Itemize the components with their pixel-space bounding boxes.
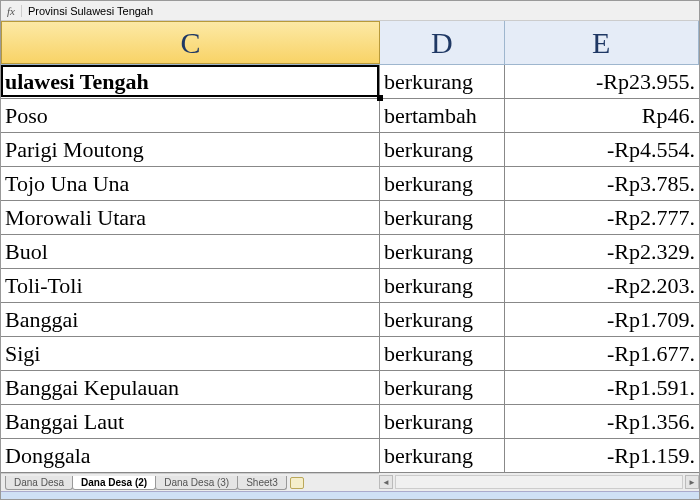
cell[interactable]: Buol [1, 235, 380, 268]
cell[interactable]: -Rp1.709. [505, 303, 699, 336]
formula-input[interactable] [22, 5, 699, 17]
cell[interactable]: Morowali Utara [1, 201, 380, 234]
table-row[interactable]: Sigi berkurang -Rp1.677. [1, 337, 699, 371]
cell[interactable]: ulawesi Tengah [1, 65, 380, 98]
sheet-tab-active[interactable]: Dana Desa (2) [72, 476, 156, 490]
cell[interactable]: -Rp2.203. [505, 269, 699, 302]
formula-bar: fx [1, 1, 699, 21]
cell[interactable]: Banggai [1, 303, 380, 336]
cell[interactable]: Banggai Laut [1, 405, 380, 438]
cell[interactable]: berkurang [380, 201, 505, 234]
cell[interactable]: Sigi [1, 337, 380, 370]
table-row[interactable]: Morowali Utara berkurang -Rp2.777. [1, 201, 699, 235]
cell[interactable]: -Rp1.591. [505, 371, 699, 404]
cell[interactable]: -Rp1.677. [505, 337, 699, 370]
column-header-e[interactable]: E [505, 21, 699, 64]
table-row[interactable]: Tojo Una Una berkurang -Rp3.785. [1, 167, 699, 201]
table-row[interactable]: Banggai Laut berkurang -Rp1.356. [1, 405, 699, 439]
cell[interactable]: bertambah [380, 99, 505, 132]
table-row[interactable]: Banggai Kepulauan berkurang -Rp1.591. [1, 371, 699, 405]
cell[interactable]: berkurang [380, 439, 505, 472]
cell[interactable]: Donggala [1, 439, 380, 472]
cell[interactable]: -Rp23.955. [505, 65, 699, 98]
table-row[interactable]: ulawesi Tengah berkurang -Rp23.955. [1, 65, 699, 99]
fx-icon[interactable]: fx [1, 5, 22, 17]
table-row[interactable]: Buol berkurang -Rp2.329. [1, 235, 699, 269]
cell[interactable]: -Rp4.554. [505, 133, 699, 166]
scroll-track[interactable] [395, 475, 683, 489]
cell[interactable]: berkurang [380, 405, 505, 438]
sheet-tab[interactable]: Dana Desa [5, 476, 73, 490]
cell[interactable]: -Rp2.777. [505, 201, 699, 234]
sheet-tab[interactable]: Dana Desa (3) [155, 476, 238, 490]
cell[interactable]: Banggai Kepulauan [1, 371, 380, 404]
column-headers: C D E [1, 21, 699, 65]
column-header-d[interactable]: D [380, 21, 505, 64]
horizontal-scrollbar[interactable]: ◄ ► [379, 473, 699, 491]
cell[interactable]: -Rp1.159. [505, 439, 699, 472]
cell[interactable]: Poso [1, 99, 380, 132]
cell[interactable]: -Rp1.356. [505, 405, 699, 438]
grid[interactable]: ulawesi Tengah berkurang -Rp23.955. Poso… [1, 65, 699, 473]
cell[interactable]: Parigi Moutong [1, 133, 380, 166]
table-row[interactable]: Parigi Moutong berkurang -Rp4.554. [1, 133, 699, 167]
cell[interactable]: berkurang [380, 235, 505, 268]
new-sheet-button[interactable] [290, 477, 304, 489]
table-row[interactable]: Toli-Toli berkurang -Rp2.203. [1, 269, 699, 303]
cell[interactable]: berkurang [380, 65, 505, 98]
cell[interactable]: Rp46. [505, 99, 699, 132]
scroll-left-icon[interactable]: ◄ [379, 475, 393, 489]
cell[interactable]: berkurang [380, 371, 505, 404]
table-row[interactable]: Poso bertambah Rp46. [1, 99, 699, 133]
table-row[interactable]: Donggala berkurang -Rp1.159. [1, 439, 699, 473]
cell[interactable]: -Rp2.329. [505, 235, 699, 268]
cell[interactable]: berkurang [380, 133, 505, 166]
cell[interactable]: berkurang [380, 337, 505, 370]
column-header-c[interactable]: C [1, 21, 380, 64]
sheet-tab[interactable]: Sheet3 [237, 476, 287, 490]
scroll-right-icon[interactable]: ► [685, 475, 699, 489]
cell[interactable]: berkurang [380, 167, 505, 200]
cell[interactable]: Toli-Toli [1, 269, 380, 302]
cell[interactable]: -Rp3.785. [505, 167, 699, 200]
cell[interactable]: berkurang [380, 269, 505, 302]
cell[interactable]: berkurang [380, 303, 505, 336]
table-row[interactable]: Banggai berkurang -Rp1.709. [1, 303, 699, 337]
status-bar [1, 491, 699, 499]
cell[interactable]: Tojo Una Una [1, 167, 380, 200]
